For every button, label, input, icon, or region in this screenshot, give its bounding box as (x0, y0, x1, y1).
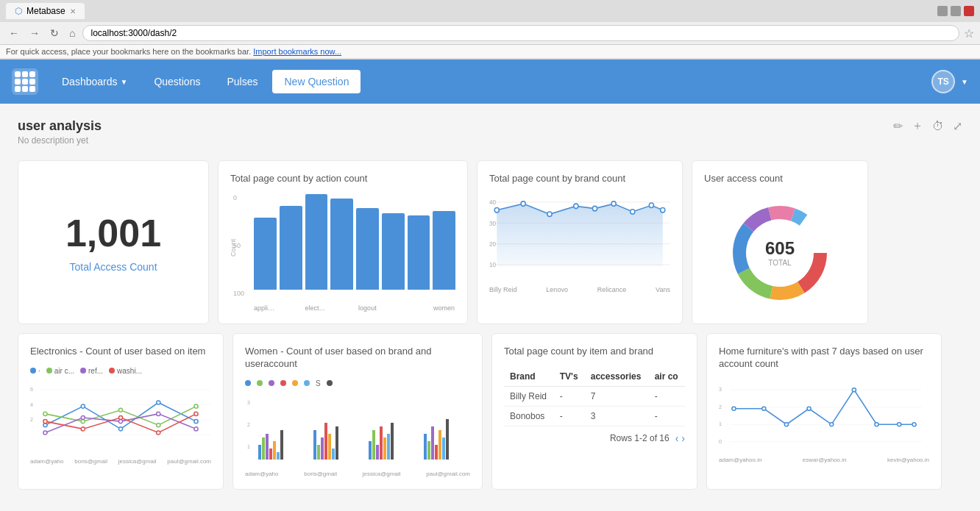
item-brand-table: Brand TV's accessories air co Billy Reid… (504, 367, 685, 426)
women-legend-3 (269, 379, 274, 387)
women-legend: S (245, 379, 470, 387)
table-row: Billy Reid - 7 - (504, 386, 685, 406)
minimize-button[interactable] (937, 6, 948, 16)
tab-close-button[interactable]: ✕ (70, 7, 76, 15)
svg-text:10: 10 (489, 261, 496, 268)
cell-accessories-1: 7 (585, 386, 649, 406)
svg-point-93 (807, 407, 811, 410)
w-dot-5 (292, 380, 298, 386)
nav-dashboards[interactable]: Dashboards ▼ (50, 70, 139, 93)
svg-point-4 (494, 207, 499, 212)
svg-text:6: 6 (30, 387, 33, 393)
svg-point-33 (118, 427, 122, 431)
import-bookmarks-link[interactable]: Import bookmarks now... (253, 47, 341, 56)
table-header: Brand TV's accessories air co (504, 367, 685, 387)
total-access-label: Total Access Count (69, 261, 157, 273)
women-x-axis: adam@yaho boris@gmail jessica@gmail paul… (245, 471, 470, 477)
add-icon[interactable]: ＋ (912, 118, 923, 134)
fullscreen-icon[interactable]: ⤢ (953, 119, 962, 133)
close-button[interactable] (964, 6, 974, 16)
svg-rect-71 (380, 426, 383, 460)
browser-titlebar: ⬡ Metabase ✕ (0, 0, 980, 22)
logo-dots (15, 71, 35, 92)
bar-women (433, 211, 455, 290)
browser-chrome: ⬡ Metabase ✕ ← → ↻ ⌂ ☆ For quick access,… (0, 0, 980, 60)
w-dot-1 (245, 380, 251, 386)
svg-point-40 (194, 404, 198, 408)
donut-wrapper: 605 TOTAL (728, 201, 831, 304)
table-body: Billy Reid - 7 - Bonobos - 3 - (504, 386, 685, 426)
bar-labels: appliances electronics logout women (254, 304, 455, 312)
electronics-line-chart: 6 4 2 (30, 381, 211, 454)
brand-x-axis: Billy Reid Lenovo Relicance Vans (489, 286, 670, 293)
page-count-brand-title: Total page count by brand count (489, 173, 670, 185)
svg-rect-55 (262, 437, 265, 460)
maximize-button[interactable] (951, 6, 961, 16)
svg-point-90 (732, 407, 736, 410)
app-logo[interactable] (12, 68, 38, 95)
svg-point-9 (611, 201, 616, 207)
user-avatar[interactable]: TS (931, 70, 955, 93)
svg-rect-67 (335, 426, 338, 460)
home-furniture-card: Home furniture's with past 7 days based … (706, 333, 942, 490)
table-footer: Rows 1-2 of 16 ‹ › (504, 432, 685, 444)
edit-icon[interactable]: ✏ (893, 119, 903, 133)
svg-point-47 (81, 427, 85, 431)
svg-point-92 (784, 422, 788, 426)
user-dropdown-icon[interactable]: ▼ (961, 78, 968, 86)
home-button[interactable]: ⌂ (66, 26, 78, 40)
bar-4 (330, 199, 353, 290)
nav-questions[interactable]: Questions (142, 70, 212, 93)
women-bar-chart: 3 2 1 (245, 393, 470, 467)
table-next-button[interactable]: › (681, 432, 685, 444)
svg-rect-62 (317, 445, 320, 460)
svg-rect-73 (387, 434, 390, 460)
dashboards-dropdown-icon: ▼ (121, 78, 128, 86)
nav-new-question[interactable]: New Question (272, 70, 361, 93)
svg-rect-68 (369, 441, 372, 460)
svg-point-46 (43, 419, 47, 423)
table-prev-button[interactable]: ‹ (675, 432, 679, 444)
total-access-card: 1,001 Total Access Count (18, 160, 209, 324)
bar-electronics (305, 194, 328, 290)
svg-rect-64 (324, 423, 327, 460)
dashboard-header: user analysis No description yet ✏ ＋ ⏱ ⤢ (18, 118, 962, 146)
cell-brand-1: Billy Reid (504, 386, 554, 406)
page-count-action-title: Total page count by action count (230, 173, 455, 185)
svg-point-8 (592, 206, 597, 211)
svg-point-94 (830, 422, 834, 426)
legend-dot-4 (109, 368, 115, 374)
dashboard-title: user analysis (18, 118, 102, 134)
svg-rect-57 (269, 449, 272, 460)
page-count-item-brand-card: Total page count by item and brand Brand… (491, 333, 697, 490)
tab-favicon: ⬡ (15, 6, 22, 16)
svg-point-41 (43, 431, 47, 435)
nav-pulses[interactable]: Pulses (215, 70, 269, 93)
svg-point-7 (574, 204, 578, 209)
svg-rect-63 (321, 437, 324, 460)
forward-button[interactable]: → (26, 26, 43, 40)
svg-point-96 (875, 422, 878, 426)
history-icon[interactable]: ⏱ (932, 120, 944, 133)
svg-rect-70 (376, 445, 379, 460)
svg-rect-75 (424, 434, 427, 460)
svg-text:20: 20 (489, 240, 496, 248)
svg-point-50 (194, 412, 198, 415)
table-header-row: Brand TV's accessories air co (504, 367, 685, 387)
table-row: Bonobos - 3 - (504, 406, 685, 426)
svg-point-5 (521, 201, 525, 207)
svg-point-42 (81, 415, 85, 419)
svg-rect-77 (431, 426, 434, 460)
w-dot-7 (327, 380, 333, 386)
svg-rect-81 (446, 419, 449, 460)
legend-dot-1 (30, 368, 36, 374)
reload-button[interactable]: ↻ (47, 26, 62, 40)
svg-text:2: 2 (719, 404, 722, 410)
home-furniture-x-axis: adam@yahoo.in eswar@yahoo.in kevin@yahoo… (719, 457, 929, 463)
bookmark-star-icon[interactable]: ☆ (964, 26, 974, 40)
cell-air-co-2: - (649, 406, 685, 426)
svg-point-35 (194, 419, 198, 423)
address-bar[interactable] (82, 25, 959, 41)
back-button[interactable]: ← (6, 26, 22, 40)
user-access-count-title: User access count (704, 173, 856, 185)
